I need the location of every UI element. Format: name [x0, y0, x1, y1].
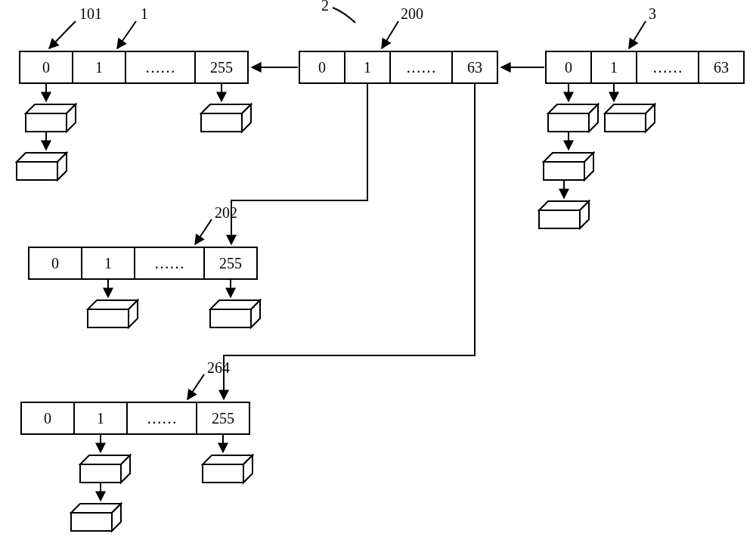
cube-a1c255	[201, 104, 251, 132]
svg-rect-28	[210, 309, 251, 327]
diagram-root: 0 1 …… 255 0 1 …… 63 0 1 …… 63 0 1 …… 25…	[0, 0, 756, 540]
svg-rect-29	[80, 464, 121, 483]
pointer-3	[629, 21, 646, 48]
svg-rect-26	[605, 113, 646, 132]
cube-a1c0-1	[26, 104, 76, 132]
curve-2	[333, 8, 355, 23]
svg-rect-30	[71, 513, 112, 531]
svg-rect-23	[548, 113, 589, 132]
array-2-cell-63: 63	[467, 59, 482, 76]
cube-a3c0-3	[539, 201, 589, 228]
array-1-cell-1: 1	[95, 59, 103, 76]
label-200: 200	[401, 5, 423, 22]
label-1: 1	[141, 5, 148, 22]
svg-rect-25	[539, 210, 580, 228]
label-2: 2	[321, 0, 329, 14]
svg-rect-21	[17, 162, 57, 180]
svg-rect-22	[201, 113, 242, 132]
cube-264c1-1	[80, 455, 130, 483]
array-264-cell-1: 1	[97, 410, 104, 427]
label-264: 264	[207, 359, 230, 376]
svg-rect-20	[26, 113, 67, 132]
array-1-cell-dots: ……	[145, 59, 175, 76]
cube-a3c1-1	[605, 104, 655, 132]
cube-a3c0-2	[544, 153, 593, 180]
cube-264c255	[203, 455, 253, 483]
pointer-101	[49, 21, 76, 48]
array-3-cell-dots: ……	[652, 59, 683, 76]
array-3-cell-0: 0	[565, 59, 572, 76]
array-2-cell-1: 1	[364, 59, 371, 76]
pointer-200	[382, 21, 398, 48]
cube-a1c0-2	[17, 153, 67, 180]
cube-202c255	[210, 300, 260, 327]
pointer-1	[117, 21, 136, 48]
array-2-cell-0: 0	[318, 59, 326, 76]
array-202-cell-0: 0	[51, 255, 59, 272]
array-264-cell-0: 0	[44, 410, 51, 427]
array-264-cell-255: 255	[212, 410, 234, 427]
array-264-cell-dots: ……	[147, 410, 177, 427]
cube-264c1-2	[71, 504, 121, 531]
array-202-cell-dots: ……	[154, 255, 184, 272]
array-264: 0 1 …… 255	[21, 402, 249, 434]
pointer-202	[195, 219, 212, 244]
array-202: 0 1 …… 255	[29, 247, 257, 279]
array-3-cell-63: 63	[714, 59, 729, 76]
svg-rect-27	[88, 309, 129, 327]
svg-rect-31	[203, 464, 243, 483]
array-1: 0 1 …… 255	[20, 51, 248, 83]
label-101: 101	[79, 5, 102, 22]
label-3: 3	[649, 5, 656, 22]
array-2-cell-dots: ……	[406, 59, 436, 76]
cube-202c1	[88, 300, 138, 327]
array-2: 0 1 …… 63	[299, 51, 497, 83]
cube-a3c0-1	[548, 104, 598, 132]
label-202: 202	[215, 204, 237, 221]
array-1-cell-255: 255	[210, 59, 233, 76]
connector-a2c63-to-264	[224, 83, 475, 399]
array-202-cell-255: 255	[219, 255, 242, 272]
array-202-cell-1: 1	[104, 255, 112, 272]
array-3-cell-1: 1	[610, 59, 618, 76]
pointer-264	[187, 374, 204, 399]
svg-rect-24	[544, 162, 584, 180]
array-1-cell-0: 0	[42, 59, 50, 76]
array-3: 0 1 …… 63	[546, 51, 744, 83]
